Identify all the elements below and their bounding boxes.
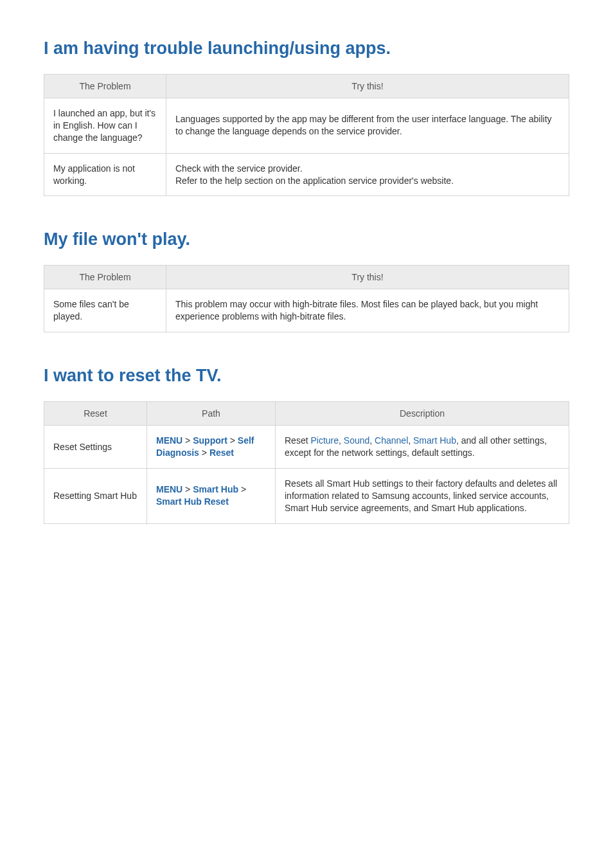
path-sep: > bbox=[182, 484, 193, 494]
desc-sep: , bbox=[408, 435, 413, 446]
cell-problem: Some files can't be played. bbox=[44, 289, 166, 332]
cell-description: Resets all Smart Hub settings to their f… bbox=[276, 469, 569, 524]
cell-path: MENU > Smart Hub > Smart Hub Reset bbox=[147, 469, 276, 524]
table-file: The Problem Try this! Some files can't b… bbox=[44, 265, 569, 332]
path-term: MENU bbox=[156, 435, 182, 446]
heading-file: My file won't play. bbox=[44, 230, 569, 249]
th-trythis: Try this! bbox=[166, 266, 569, 289]
desc-term: Picture bbox=[310, 435, 339, 446]
section-file: My file won't play. The Problem Try this… bbox=[44, 230, 569, 332]
cell-solution: Languages supported by the app may be di… bbox=[166, 98, 569, 154]
th-description: Description bbox=[276, 402, 569, 426]
path-sep: > bbox=[182, 435, 193, 446]
path-term: MENU bbox=[156, 484, 182, 494]
th-problem: The Problem bbox=[44, 266, 166, 289]
desc-term: Channel bbox=[375, 435, 408, 446]
table-row: I launched an app, but it's in English. … bbox=[44, 98, 569, 154]
table-row: Reset Settings MENU > Support > Self Dia… bbox=[44, 426, 569, 469]
th-reset: Reset bbox=[44, 402, 147, 426]
table-reset: Reset Path Description Reset Settings ME… bbox=[44, 401, 569, 523]
desc-term: Sound bbox=[344, 435, 369, 446]
table-apps: The Problem Try this! I launched an app,… bbox=[44, 74, 569, 196]
cell-problem: I launched an app, but it's in English. … bbox=[44, 98, 166, 154]
th-trythis: Try this! bbox=[166, 75, 569, 98]
heading-reset: I want to reset the TV. bbox=[44, 366, 569, 386]
path-sep: > bbox=[238, 484, 246, 494]
section-apps: I am having trouble launching/using apps… bbox=[44, 39, 569, 196]
desc-term: Smart Hub bbox=[413, 435, 456, 446]
th-problem: The Problem bbox=[44, 75, 166, 98]
desc-sep: , bbox=[339, 435, 344, 446]
table-row: Some files can't be played. This problem… bbox=[44, 289, 569, 332]
cell-description: Reset Picture, Sound, Channel, Smart Hub… bbox=[276, 426, 569, 469]
cell-solution: This problem may occur with high-bitrate… bbox=[166, 289, 569, 332]
th-path: Path bbox=[147, 402, 276, 426]
path-term: Smart Hub bbox=[193, 484, 238, 494]
heading-apps: I am having trouble launching/using apps… bbox=[44, 39, 569, 59]
cell-reset-name: Reset Settings bbox=[44, 426, 147, 469]
desc-sep: , bbox=[369, 435, 375, 446]
cell-problem: My application is not working. bbox=[44, 153, 166, 196]
table-row: My application is not working. Check wit… bbox=[44, 153, 569, 196]
path-sep: > bbox=[227, 435, 238, 446]
cell-reset-name: Resetting Smart Hub bbox=[44, 469, 147, 524]
path-term: Support bbox=[193, 435, 227, 446]
cell-solution: Check with the service provider. Refer t… bbox=[166, 153, 569, 196]
path-sep: > bbox=[199, 448, 209, 458]
section-reset: I want to reset the TV. Reset Path Descr… bbox=[44, 366, 569, 523]
cell-path: MENU > Support > Self Diagnosis > Reset bbox=[147, 426, 276, 469]
path-term: Smart Hub Reset bbox=[156, 496, 229, 507]
path-term: Reset bbox=[209, 448, 234, 458]
desc-text: Reset bbox=[285, 435, 310, 446]
table-row: Resetting Smart Hub MENU > Smart Hub > S… bbox=[44, 469, 569, 524]
